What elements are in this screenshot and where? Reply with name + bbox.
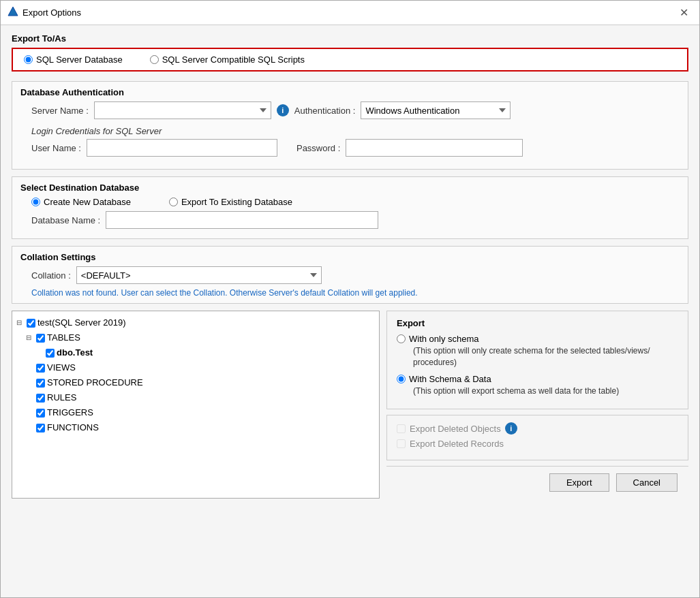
password-label: Password :	[296, 143, 340, 153]
export-existing-label: Export To Existing Database	[181, 197, 292, 207]
checkbox-6[interactable]	[36, 409, 45, 418]
schema-data-label: With Schema & Data	[409, 374, 491, 384]
checkbox-5[interactable]	[36, 394, 45, 403]
sql-server-db-label: SQL Server Database	[36, 54, 123, 65]
node-label-3: VIEWS	[47, 360, 76, 375]
checkbox-3[interactable]	[36, 364, 45, 373]
tree-node-6: TRIGGERS	[16, 405, 375, 420]
schema-data-option: With Schema & Data (This option will exp…	[397, 374, 678, 397]
login-creds-title: Login Credentials for SQL Server	[20, 126, 680, 136]
node-label-7: FUNCTIONS	[47, 420, 99, 435]
node-label-5: RULES	[47, 390, 76, 405]
export-deleted-records-checkbox[interactable]	[397, 439, 406, 448]
server-name-label: Server Name :	[31, 106, 89, 116]
expander-2	[35, 345, 44, 360]
right-panel: Export With only schema (This option wil…	[386, 311, 688, 499]
expander-6	[26, 405, 34, 420]
expander-5	[26, 390, 34, 405]
username-label: User Name :	[31, 143, 81, 153]
tree-node-7: FUNCTIONS	[16, 420, 375, 435]
collation-combo[interactable]: <DEFAULT>	[76, 266, 322, 284]
tree-node-4: STORED PROCEDURE	[16, 375, 375, 390]
dialog-title: Export Options	[22, 7, 81, 18]
export-deleted-objects-checkbox[interactable]	[397, 424, 406, 433]
expander-0[interactable]: ⊟	[16, 315, 25, 330]
node-label-0: test(SQL Server 2019)	[37, 315, 126, 330]
node-label-4: STORED PROCEDURE	[47, 375, 143, 390]
schema-only-header: With only schema	[397, 334, 678, 344]
export-existing-radio[interactable]	[169, 198, 178, 206]
schema-only-radio[interactable]	[397, 334, 406, 343]
collation-info-text: Collation was not found. User can select…	[20, 288, 680, 298]
bottom-section: ⊟ test(SQL Server 2019) ⊟ TABLES dbo.Tes…	[12, 311, 688, 499]
db-auth-title: Database Authentication	[20, 87, 680, 97]
schema-only-option: With only schema (This option will only …	[397, 334, 678, 368]
tree-node-3: VIEWS	[16, 360, 375, 375]
collation-label: Collation :	[31, 270, 71, 281]
schema-data-desc: (This option will export schema as well …	[397, 385, 678, 397]
checkbox-7[interactable]	[36, 424, 45, 432]
login-creds-section: Login Credentials for SQL Server User Na…	[20, 123, 680, 163]
checkbox-4[interactable]	[36, 379, 45, 388]
export-options-dialog: Export Options ✕ Export To/As SQL Server…	[0, 0, 700, 598]
export-deleted-records-option: Export Deleted Records	[397, 439, 678, 449]
collation-row: Collation : <DEFAULT>	[20, 266, 680, 284]
node-label-2: dbo.Test	[57, 345, 93, 360]
export-options-section: Export With only schema (This option wil…	[386, 311, 688, 409]
checkbox-1[interactable]	[36, 334, 45, 343]
username-input[interactable]	[87, 139, 277, 157]
sql-scripts-radio[interactable]	[150, 55, 159, 64]
dest-db-title: Select Destination Database	[20, 183, 680, 193]
server-name-row: Server Name : i Authentication : Windows…	[20, 101, 680, 119]
dest-options-row: Create New Database Export To Existing D…	[20, 197, 680, 207]
footer-buttons: Export Cancel	[386, 466, 688, 499]
schema-data-header: With Schema & Data	[397, 374, 678, 384]
create-new-db-option[interactable]: Create New Database	[31, 197, 131, 207]
expander-7	[26, 420, 34, 435]
sql-scripts-option[interactable]: SQL Server Compatible SQL Scripts	[150, 54, 305, 65]
tree-node-2: dbo.Test	[16, 345, 375, 360]
checkbox-0[interactable]	[27, 319, 35, 328]
export-existing-option[interactable]: Export To Existing Database	[169, 197, 292, 207]
tree-node-1: ⊟ TABLES	[16, 330, 375, 345]
export-button[interactable]: Export	[549, 473, 609, 492]
deleted-objects-info-icon[interactable]: i	[505, 422, 517, 435]
create-new-db-label: Create New Database	[44, 197, 131, 207]
export-deleted-objects-option: Export Deleted Objects i	[397, 422, 678, 435]
export-deleted-records-label: Export Deleted Records	[410, 439, 504, 449]
export-to-options: SQL Server Database SQL Server Compatibl…	[12, 48, 688, 72]
expander-4	[26, 375, 34, 390]
expander-3	[26, 360, 34, 375]
cancel-button[interactable]: Cancel	[616, 473, 678, 492]
sql-scripts-label: SQL Server Compatible SQL Scripts	[162, 54, 305, 65]
title-bar-left: Export Options	[7, 6, 81, 19]
deleted-section: Export Deleted Objects i Export Deleted …	[386, 415, 688, 460]
schema-data-radio[interactable]	[397, 375, 406, 383]
close-button[interactable]: ✕	[675, 5, 693, 20]
dialog-content: Export To/As SQL Server Database SQL Ser…	[1, 25, 699, 597]
create-new-db-radio[interactable]	[31, 198, 40, 206]
sql-server-db-option[interactable]: SQL Server Database	[24, 54, 123, 65]
dest-db-section: Select Destination Database Create New D…	[12, 176, 688, 239]
password-input[interactable]	[346, 139, 523, 157]
export-deleted-objects-label: Export Deleted Objects	[410, 424, 501, 434]
sql-server-db-radio[interactable]	[24, 55, 33, 64]
schema-only-label: With only schema	[409, 334, 479, 344]
expander-1[interactable]: ⊟	[26, 330, 34, 345]
db-name-input[interactable]: test_Recovered	[106, 211, 378, 229]
node-label-6: TRIGGERS	[47, 405, 93, 420]
db-name-row: Database Name : test_Recovered	[20, 211, 680, 229]
auth-label: Authentication :	[294, 106, 356, 116]
auth-combo[interactable]: Windows Authentication SQL Server Authen…	[361, 101, 511, 119]
server-info-icon[interactable]: i	[277, 104, 289, 116]
tree-panel: ⊟ test(SQL Server 2019) ⊟ TABLES dbo.Tes…	[12, 311, 380, 499]
collation-section: Collation Settings Collation : <DEFAULT>…	[12, 246, 688, 304]
server-name-combo[interactable]	[94, 101, 271, 119]
db-auth-section: Database Authentication Server Name : i …	[12, 81, 688, 170]
export-to-label: Export To/As	[12, 33, 688, 44]
export-section-title: Export	[397, 318, 678, 328]
checkbox-2[interactable]	[46, 349, 55, 358]
title-bar: Export Options ✕	[1, 1, 699, 25]
schema-only-desc: (This option will only create schema for…	[397, 345, 678, 368]
db-name-label: Database Name :	[31, 215, 100, 225]
